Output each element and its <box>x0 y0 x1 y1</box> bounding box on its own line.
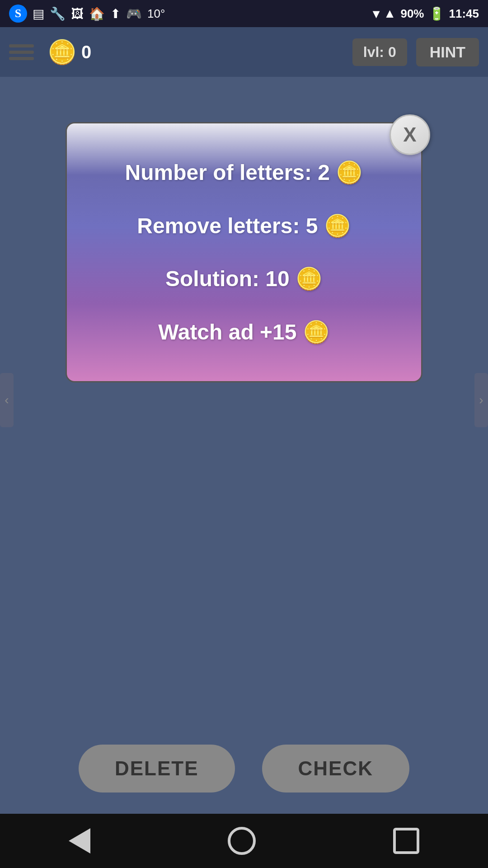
menu-button[interactable] <box>9 44 34 60</box>
bottom-area: DELETE CHECK <box>0 723 488 814</box>
delete-button[interactable]: DELETE <box>79 745 235 793</box>
upload-icon: ⬆ <box>110 6 121 21</box>
storage-icon: ▤ <box>33 6 44 21</box>
clock: 11:45 <box>449 7 479 21</box>
status-bar-left: S ▤ 🔧 🖼 🏠 ⬆ 🎮 10° <box>9 5 165 23</box>
check-button[interactable]: CHECK <box>262 745 409 793</box>
nav-recents-button[interactable] <box>393 828 419 854</box>
nav-back-button[interactable] <box>69 828 90 854</box>
home-icon: 🏠 <box>89 6 105 21</box>
hint-row-watchad: Watch ad +15 🪙 <box>158 319 330 345</box>
game-area: ‹ › X Number of letters: 2 🪙 Remove lett… <box>0 77 488 723</box>
game-icon: 🎮 <box>126 6 142 21</box>
tool-icon: 🔧 <box>50 6 66 21</box>
coin-count: 0 <box>81 42 91 62</box>
level-badge: lvl: 0 <box>352 38 407 66</box>
nav-home-button[interactable] <box>228 827 256 855</box>
image-icon: 🖼 <box>71 6 84 21</box>
coin-icon: 🪙 <box>47 38 77 66</box>
signal-icon: ▲ <box>384 6 396 21</box>
right-arrow[interactable]: › <box>474 373 488 427</box>
battery-icon: 🔋 <box>429 6 445 21</box>
s-app-icon: S <box>9 5 27 23</box>
nav-bar <box>0 814 488 868</box>
menu-line-3 <box>9 57 34 60</box>
close-button[interactable]: X <box>389 114 430 155</box>
left-arrow[interactable]: ‹ <box>0 373 14 427</box>
hint-row-remove: Remove letters: 5 🪙 <box>137 213 351 239</box>
battery-percent: 90% <box>400 7 424 21</box>
hint-row-solution: Solution: 10 🪙 <box>165 266 323 292</box>
hint-modal: X Number of letters: 2 🪙 Remove letters:… <box>66 122 422 382</box>
menu-line-2 <box>9 51 34 54</box>
menu-line-1 <box>9 44 34 47</box>
status-bar: S ▤ 🔧 🖼 🏠 ⬆ 🎮 10° ▾ ▲ 90% 🔋 11:45 <box>0 0 488 27</box>
hint-button[interactable]: HINT <box>416 38 479 66</box>
hint-row-letters: Number of letters: 2 🪙 <box>125 160 363 186</box>
wifi-icon: ▾ <box>373 6 379 21</box>
toolbar: 🪙 0 lvl: 0 HINT <box>0 27 488 77</box>
coins-section: 🪙 0 <box>47 38 91 66</box>
status-bar-right: ▾ ▲ 90% 🔋 11:45 <box>373 6 479 21</box>
temp-label: 10° <box>147 7 165 21</box>
